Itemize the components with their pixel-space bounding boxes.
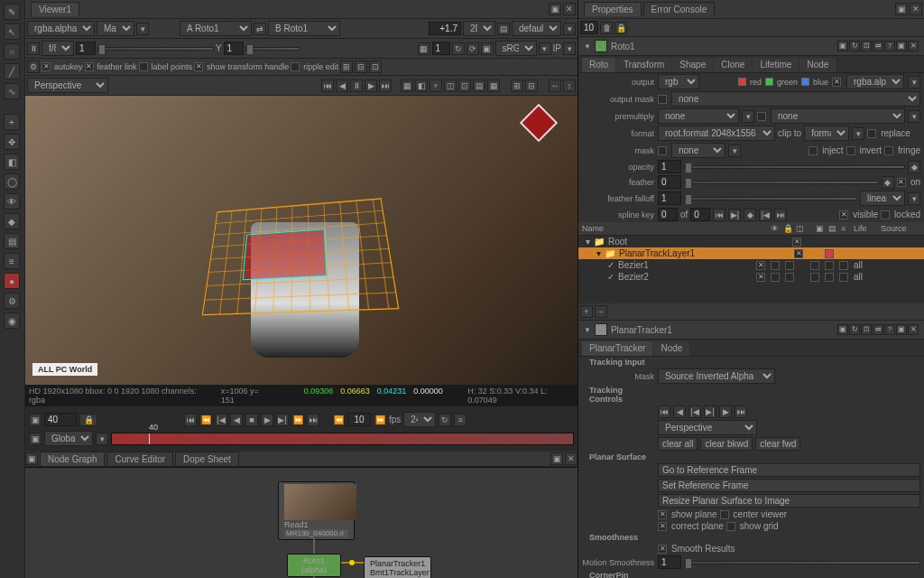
panel-count-input[interactable]	[580, 21, 598, 34]
swap-icon[interactable]: ⇄	[254, 23, 266, 35]
node-planartracker[interactable]: PlanarTracker1 Bmt1TrackLayer	[364, 556, 431, 578]
fstop-select[interactable]: f/8	[42, 41, 74, 56]
v-1-icon[interactable]: ▦	[401, 79, 413, 92]
labelpts-check[interactable]	[139, 62, 148, 71]
sk-key-icon[interactable]: ◆	[744, 209, 756, 221]
grid-icon[interactable]: ▦	[418, 42, 430, 55]
goto-button[interactable]: Go to Reference Frame	[658, 463, 920, 477]
eye-icon[interactable]: 👁	[4, 193, 20, 210]
rec-icon[interactable]: ●	[4, 273, 20, 289]
setref-button[interactable]: Set Reference Frame	[658, 479, 920, 492]
planar-grid-overlay[interactable]	[202, 198, 399, 315]
v-next-icon[interactable]: ▶	[365, 79, 377, 92]
tl-mode-icon[interactable]: ▣	[29, 414, 42, 426]
v-11-icon[interactable]: ↕	[563, 79, 576, 92]
spline-input[interactable]	[658, 208, 678, 221]
channel-btn-icon[interactable]: ▾	[136, 23, 149, 35]
pt-node-icon[interactable]: ▢	[595, 323, 607, 336]
v-first-icon[interactable]: ⏮	[321, 79, 334, 92]
ri-5-icon[interactable]: ?	[884, 41, 895, 51]
tl-play-icon[interactable]: ▶	[261, 414, 273, 426]
frame-input[interactable]	[44, 413, 77, 426]
mask-check[interactable]	[658, 146, 667, 155]
ri-2-icon[interactable]: ↻	[849, 41, 860, 51]
tc-first-icon[interactable]: ⏮	[658, 406, 670, 418]
ch-r-icon[interactable]	[738, 78, 746, 86]
spline-tot-input[interactable]	[690, 208, 710, 221]
viewer-canvas[interactable]: ALL PC World	[25, 96, 578, 385]
rtab-lifetime[interactable]: Lifetime	[753, 58, 799, 72]
v-last-icon[interactable]: ⏭	[379, 79, 392, 92]
timeline-track[interactable]: 40	[111, 433, 574, 445]
viewmode-select[interactable]: Perspective	[27, 78, 108, 93]
v-play-icon[interactable]: ⏸	[350, 79, 363, 92]
motion-input[interactable]	[658, 555, 681, 569]
pi-2-icon[interactable]: ↻	[849, 324, 860, 335]
v-5-icon[interactable]: ⊡	[458, 79, 471, 92]
gear-icon[interactable]: ⚙	[4, 293, 20, 309]
persp-select[interactable]: Perspective	[658, 420, 757, 435]
curveed-tab[interactable]: Curve Editor	[106, 452, 173, 466]
opts-gear-icon[interactable]: ⚙	[27, 61, 40, 73]
featherlink-check[interactable]: ✕	[85, 62, 94, 71]
curve-tool-icon[interactable]: ∿	[4, 83, 20, 99]
v-6-icon[interactable]: ▤	[473, 79, 485, 92]
ng-float-icon[interactable]: ▣	[25, 452, 38, 465]
ri-3-icon[interactable]: ⊡	[861, 41, 872, 51]
live-icon[interactable]: ▣	[481, 42, 494, 55]
node-read[interactable]: Read1 MR130_040000.d	[278, 481, 355, 540]
v-8-icon[interactable]: ⊞	[511, 79, 523, 92]
v-10-icon[interactable]: ↔	[549, 79, 561, 92]
autokey-check[interactable]: ✕	[42, 62, 51, 71]
tc-stepb-icon[interactable]: |◀	[688, 406, 701, 418]
centerv-check[interactable]	[720, 510, 729, 519]
ch-b-icon[interactable]	[801, 78, 809, 86]
pttab-pt[interactable]: PlanarTracker	[582, 341, 652, 356]
pi-5-icon[interactable]: ?	[884, 324, 895, 335]
clone-icon[interactable]: ◆	[4, 213, 20, 229]
ri-6-icon[interactable]: ▣	[896, 41, 907, 51]
channel-select[interactable]: rgba.alpha	[27, 21, 95, 36]
select-tool-icon[interactable]: ↖	[4, 23, 20, 40]
list-icon[interactable]: ≡	[4, 253, 20, 269]
sk-first-icon[interactable]: ⏮	[713, 209, 725, 221]
node-roto[interactable]: Roto1 (alpha)	[287, 554, 341, 577]
color-select[interactable]: sRGB	[495, 41, 537, 56]
globe-icon[interactable]: ◉	[4, 312, 20, 329]
layer-planartrack[interactable]: ▾📁PlanarTrackLayer1 ✕	[578, 247, 924, 259]
fval-input[interactable]	[76, 42, 96, 55]
op-anim-icon[interactable]: ◆	[908, 161, 920, 173]
rtab-clone[interactable]: Clone	[714, 58, 752, 72]
motion-slider[interactable]	[684, 561, 920, 564]
layer-tree[interactable]: ▾📁Root ✕ ▾📁PlanarTrackLayer1 ✕ ✓Bezier1 …	[578, 236, 924, 303]
tc-fwd-icon[interactable]: ▶	[719, 406, 732, 418]
channel-mode[interactable]: Mat	[97, 21, 134, 36]
layer-bezier1[interactable]: ✓Bezier1 ✕ all	[578, 259, 924, 271]
ri-7-icon[interactable]: ✕	[908, 41, 919, 51]
fe-anim-icon[interactable]: ◆	[882, 176, 894, 189]
lock-icon[interactable]: ▤	[497, 23, 510, 35]
input-b-select[interactable]: B Roto1	[268, 21, 340, 36]
output-select[interactable]: rgb	[658, 74, 699, 89]
tc-bwd-icon[interactable]: ◀	[673, 406, 686, 418]
mask-select[interactable]: none	[671, 143, 725, 158]
pi-7-icon[interactable]: ✕	[908, 324, 919, 335]
pt-collapse-icon[interactable]: ▼	[584, 326, 591, 334]
sync-icon[interactable]: ⟳	[467, 42, 479, 55]
panel-close-icon[interactable]: ✕	[563, 3, 576, 15]
ch-a-check[interactable]: ✕	[832, 78, 841, 87]
tl-kprev-icon[interactable]: ⏪	[199, 414, 212, 426]
fps-select[interactable]: 24	[403, 412, 436, 427]
proxy-input[interactable]	[432, 42, 450, 55]
falloff-select[interactable]: linear	[860, 191, 905, 206]
clearbkwd-button[interactable]: clear bkwd	[700, 437, 753, 451]
inject-check[interactable]	[808, 146, 818, 155]
resize-button[interactable]: Resize Planar Surface to Image	[658, 494, 920, 508]
feather-on-check[interactable]: ✕	[897, 178, 906, 187]
falloff-slider[interactable]	[684, 197, 857, 200]
clip-select[interactable]: format	[804, 126, 849, 141]
v-2-icon[interactable]: ◧	[415, 79, 428, 92]
brush-tool-icon[interactable]: ✎	[4, 4, 20, 20]
showth-check[interactable]: ✕	[194, 62, 203, 71]
gain-input[interactable]	[429, 22, 461, 35]
